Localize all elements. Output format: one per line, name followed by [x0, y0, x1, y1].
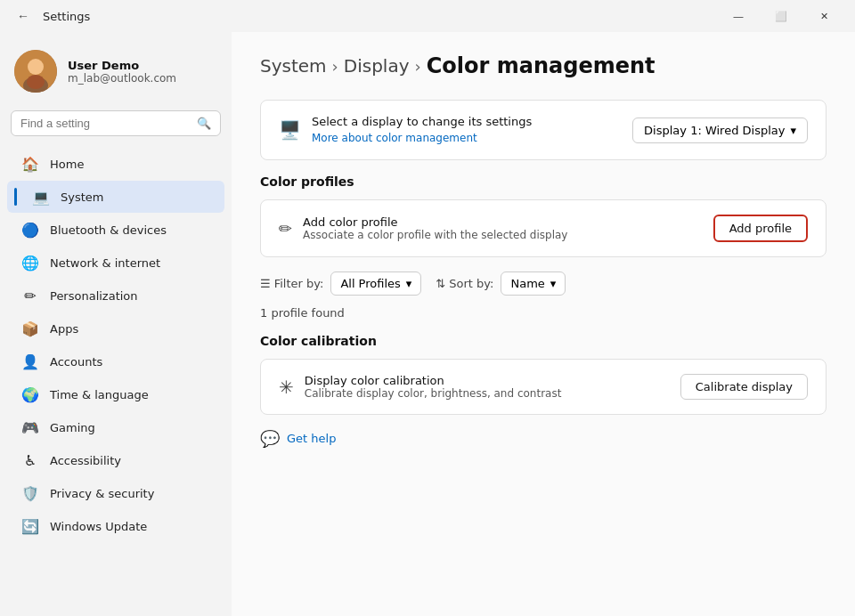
calibrate-icon: ✳️ [279, 377, 294, 398]
main-content: System › Display › Color management 🖥️ S… [232, 32, 855, 616]
display-main-text: Select a display to change its settings [312, 115, 622, 128]
sidebar-item-accessibility[interactable]: ♿ Accessibility [7, 444, 224, 476]
filter-dropdown[interactable]: All Profiles ▾ [330, 272, 421, 296]
display-text-group: Select a display to change its settings … [312, 115, 622, 145]
system-icon: 💻 [32, 188, 50, 206]
get-help-icon: 💬 [260, 429, 280, 448]
more-about-link[interactable]: More about color management [312, 132, 477, 144]
add-profile-title: Add color profile [303, 215, 703, 229]
filter-chevron-icon: ▾ [406, 277, 412, 290]
search-input[interactable] [20, 117, 190, 130]
profile-found-text: 1 profile found [260, 306, 826, 320]
apps-icon: 📦 [21, 320, 39, 337]
search-icon: 🔍 [197, 117, 211, 130]
calibrate-description: Calibrate display color, brightness, and… [305, 387, 670, 400]
sidebar-item-label: System [61, 190, 103, 204]
personalization-icon: ✏️ [21, 287, 39, 304]
user-email: m_lab@outlook.com [68, 72, 176, 85]
breadcrumb-sep-1: › [332, 57, 338, 76]
sidebar-item-label: Accounts [50, 355, 102, 369]
home-icon: 🏠 [21, 155, 39, 173]
calibrate-title: Display color calibration [305, 374, 670, 387]
display-calibration-card: ✳️ Display color calibration Calibrate d… [260, 359, 826, 415]
maximize-button[interactable]: ⬜ [761, 4, 802, 28]
add-profile-icon: ✏️ [279, 219, 292, 238]
breadcrumb-display[interactable]: Display [344, 55, 410, 77]
sidebar-item-bluetooth[interactable]: 🔵 Bluetooth & devices [7, 214, 224, 246]
sidebar-item-system[interactable]: 💻 System [7, 181, 224, 213]
sidebar-item-accounts[interactable]: 👤 Accounts [7, 345, 224, 377]
sidebar-item-label: Network & internet [50, 256, 160, 270]
monitor-icon: 🖥️ [279, 119, 301, 141]
add-profile-row: ✏️ Add color profile Associate a color p… [279, 215, 808, 242]
user-section[interactable]: User Demo m_lab@outlook.com [0, 39, 232, 107]
time-icon: 🌍 [21, 385, 39, 403]
page-title: Color management [427, 53, 656, 78]
filter-group: ☰ Filter by: All Profiles ▾ [260, 272, 421, 296]
sort-label: ⇅ Sort by: [436, 277, 493, 290]
sidebar-item-network[interactable]: 🌐 Network & internet [7, 247, 224, 279]
window-controls: — ⬜ ✕ [718, 4, 844, 28]
sidebar-item-gaming[interactable]: 🎮 Gaming [7, 411, 224, 443]
active-indicator [14, 188, 17, 206]
avatar [14, 50, 57, 93]
color-profiles-title: Color profiles [260, 174, 826, 189]
breadcrumb-system[interactable]: System [260, 55, 327, 77]
add-color-profile-card: ✏️ Add color profile Associate a color p… [260, 199, 826, 257]
minimize-button[interactable]: — [718, 4, 759, 28]
calibrate-row: ✳️ Display color calibration Calibrate d… [279, 374, 808, 400]
sidebar-item-apps[interactable]: 📦 Apps [7, 312, 224, 344]
user-name: User Demo [68, 59, 176, 72]
sidebar-item-privacy[interactable]: 🛡️ Privacy & security [7, 477, 224, 509]
calibrate-text-group: Display color calibration Calibrate disp… [305, 374, 670, 400]
add-profile-description: Associate a color profile with the selec… [303, 229, 703, 241]
sidebar-item-label: Gaming [50, 421, 95, 434]
back-button[interactable]: ← [11, 4, 36, 28]
user-info: User Demo m_lab@outlook.com [68, 59, 176, 85]
accessibility-icon: ♿ [21, 451, 39, 469]
title-bar: ← Settings — ⬜ ✕ [0, 0, 855, 32]
sidebar-item-time[interactable]: 🌍 Time & language [7, 378, 224, 410]
sidebar-item-label: Bluetooth & devices [50, 223, 167, 237]
accounts-icon: 👤 [21, 353, 39, 370]
nav-list: 🏠 Home 💻 System 🔵 Bluetooth & devices 🌐 … [0, 147, 232, 543]
sidebar-item-label: Windows Update [50, 520, 147, 533]
sort-icon: ⇅ [436, 277, 445, 290]
color-calibration-title: Color calibration [260, 334, 826, 348]
network-icon: 🌐 [21, 254, 39, 272]
sort-dropdown[interactable]: Name ▾ [501, 272, 566, 296]
svg-point-1 [28, 59, 44, 75]
sidebar-item-personalization[interactable]: ✏️ Personalization [7, 280, 224, 312]
sort-value: Name [510, 277, 544, 290]
sort-group: ⇅ Sort by: Name ▾ [436, 272, 566, 296]
gaming-icon: 🎮 [21, 418, 39, 436]
calibrate-display-button[interactable]: Calibrate display [680, 374, 808, 400]
filter-icon: ☰ [260, 277, 271, 290]
sidebar-item-windows-update[interactable]: 🔄 Windows Update [7, 510, 224, 542]
sidebar: User Demo m_lab@outlook.com 🔍 🏠 Home 💻 S… [0, 32, 232, 616]
display-dropdown[interactable]: Display 1: Wired Display ▾ [632, 118, 808, 143]
filter-sort-row: ☰ Filter by: All Profiles ▾ ⇅ Sort by: N… [260, 272, 826, 296]
sort-chevron-icon: ▾ [550, 277, 557, 290]
window-title: Settings [43, 10, 90, 23]
sidebar-item-label: Personalization [50, 289, 138, 303]
get-help-row: 💬 Get help [260, 429, 826, 448]
sidebar-item-label: Apps [50, 322, 78, 336]
breadcrumb-sep-2: › [415, 57, 421, 76]
filter-value: All Profiles [340, 277, 400, 290]
search-box[interactable]: 🔍 [11, 110, 221, 136]
privacy-icon: 🛡️ [21, 484, 39, 502]
bluetooth-icon: 🔵 [21, 221, 39, 239]
add-profile-button[interactable]: Add profile [713, 215, 808, 242]
sidebar-item-label: Home [50, 158, 84, 171]
display-select-card: 🖥️ Select a display to change its settin… [260, 100, 826, 160]
app-body: User Demo m_lab@outlook.com 🔍 🏠 Home 💻 S… [0, 32, 855, 616]
display-select-row: 🖥️ Select a display to change its settin… [279, 115, 808, 145]
add-profile-text-group: Add color profile Associate a color prof… [303, 215, 703, 241]
svg-point-3 [27, 75, 45, 89]
get-help-link[interactable]: Get help [287, 432, 336, 445]
sidebar-item-label: Time & language [50, 388, 149, 401]
sidebar-item-home[interactable]: 🏠 Home [7, 148, 224, 180]
sidebar-item-label: Privacy & security [50, 487, 154, 500]
close-button[interactable]: ✕ [803, 4, 844, 28]
